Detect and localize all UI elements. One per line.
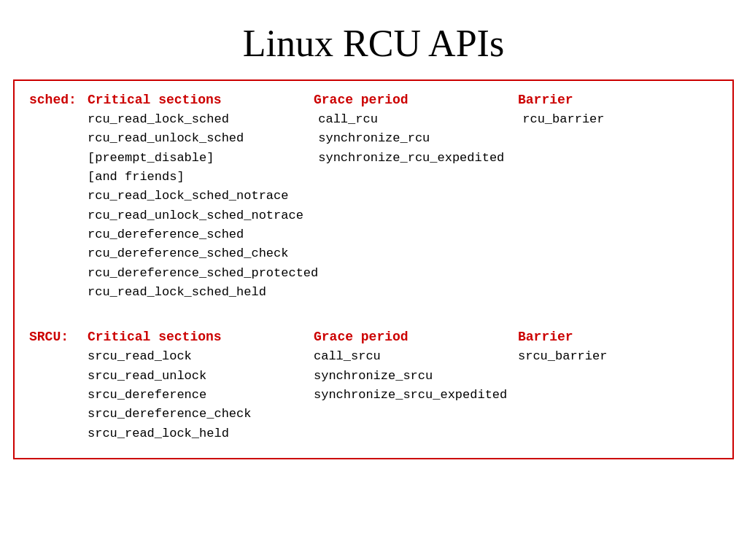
list-item: rcu_read_unlock_sched [88,129,318,148]
list-item: rcu_dereference_sched_protected [88,264,318,283]
section-separator [29,316,718,330]
list-item: rcu_barrier [522,110,668,129]
list-item: srcu_read_lock [88,347,314,366]
list-item: rcu_read_lock_sched_notrace [88,187,318,206]
list-item: srcu_dereference [88,386,314,405]
srcu-col-headers: Critical sections Grace period Barrier [88,330,718,344]
list-item: synchronize_rcu [318,129,522,148]
srcu-grace-list: call_srcu synchronize_srcu synchronize_s… [314,347,518,443]
srcu-grace-header: Grace period [314,330,518,344]
list-item: [preempt_disable] [88,149,318,168]
sched-critical-list: rcu_read_lock_sched rcu_read_unlock_sche… [88,110,318,302]
sched-critical-header: Critical sections [88,93,314,107]
srcu-section: SRCU: Critical sections Grace period Bar… [29,330,718,443]
list-item: rcu_dereference_sched [88,225,318,244]
srcu-critical-list: srcu_read_lock srcu_read_unlock srcu_der… [88,347,314,443]
sched-col-headers: Critical sections Grace period Barrier [88,93,718,107]
sched-grace-list: call_rcu synchronize_rcu synchronize_rcu… [318,110,522,302]
srcu-section-content: srcu_read_lock srcu_read_unlock srcu_der… [29,347,718,443]
list-item: synchronize_srcu_expedited [314,386,518,405]
srcu-critical-header: Critical sections [88,330,314,344]
sched-barrier-list: rcu_barrier [522,110,668,302]
srcu-barrier-list: srcu_barrier [518,347,664,443]
srcu-section-header: SRCU: Critical sections Grace period Bar… [29,330,718,344]
list-item: rcu_dereference_sched_check [88,244,318,263]
list-item: synchronize_srcu [314,367,518,386]
sched-grace-header: Grace period [314,93,518,107]
sched-section: sched: Critical sections Grace period Ba… [29,93,718,302]
list-item: rcu_read_unlock_sched_notrace [88,206,318,225]
list-item: [and friends] [88,168,318,187]
list-item: rcu_read_lock_sched [88,110,318,129]
list-item: srcu_dereference_check [88,405,314,424]
sched-section-header: sched: Critical sections Grace period Ba… [29,93,718,107]
list-item: call_srcu [314,347,518,366]
srcu-barrier-header: Barrier [518,330,664,344]
list-item: srcu_read_lock_held [88,424,314,443]
list-item: srcu_read_unlock [88,367,314,386]
list-item: srcu_barrier [518,347,664,366]
srcu-label: SRCU: [29,330,88,344]
sched-barrier-header: Barrier [518,93,664,107]
main-content-box: sched: Critical sections Grace period Ba… [13,79,734,459]
sched-section-content: rcu_read_lock_sched rcu_read_unlock_sche… [29,110,718,302]
list-item: synchronize_rcu_expedited [318,149,522,168]
list-item: call_rcu [318,110,522,129]
list-item: rcu_read_lock_sched_held [88,283,318,302]
page-title: Linux RCU APIs [0,0,747,79]
sched-label: sched: [29,93,88,107]
